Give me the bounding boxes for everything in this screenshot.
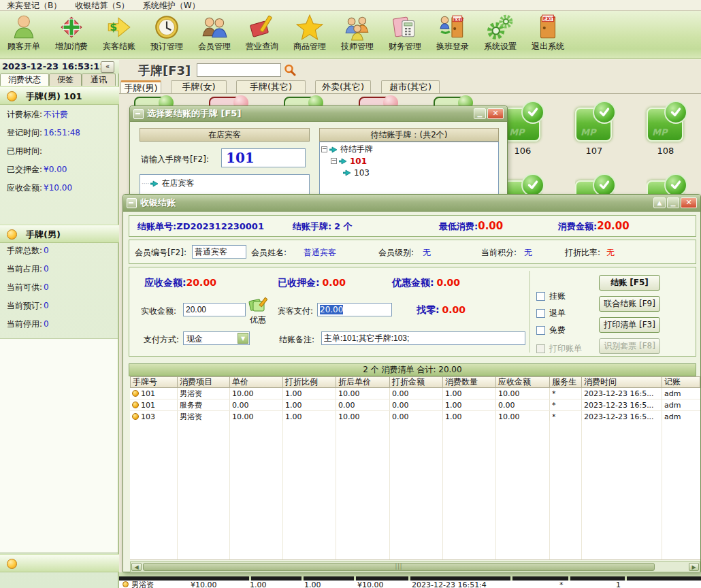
tag-tile-clipped[interactable] bbox=[575, 174, 617, 194]
table-column-header[interactable]: 打折比例 bbox=[283, 376, 336, 388]
tab-tags-other[interactable]: 手牌(其它) bbox=[236, 80, 306, 93]
tab-messages[interactable]: 通讯 bbox=[82, 74, 116, 86]
tag-tile-108[interactable]: MP 108 bbox=[647, 102, 687, 162]
tab-tags-female[interactable]: 手牌(女) bbox=[171, 80, 227, 93]
toolbar-members[interactable]: 会员管理 bbox=[191, 11, 238, 59]
tag-tile-clipped[interactable] bbox=[504, 174, 546, 194]
table-column-header[interactable]: 消费数量 bbox=[443, 376, 496, 388]
print-list-button[interactable]: 打印清单 [F3] bbox=[599, 317, 660, 333]
sidebar-collapse-button[interactable]: « bbox=[101, 61, 114, 73]
receivable: 应收金额:20.00 bbox=[144, 277, 216, 289]
toolbar-business-query[interactable]: 营业查询 bbox=[238, 11, 286, 59]
tag-tile-106[interactable]: MP 106 bbox=[504, 102, 544, 162]
tab-market-other[interactable]: 超市(其它) bbox=[381, 80, 440, 93]
discount-button[interactable]: 优惠 bbox=[246, 296, 270, 329]
toolbar-exit[interactable]: EXIT 退出系统 bbox=[524, 11, 572, 59]
tag-number-input[interactable] bbox=[221, 148, 306, 167]
tag-tile-107[interactable]: MP 107 bbox=[575, 102, 616, 162]
scrollbar-thumb[interactable]: ||| bbox=[143, 563, 655, 571]
joint-settle-button[interactable]: 联合结账 [F9] bbox=[599, 296, 660, 312]
scroll-left-icon[interactable]: ◀ bbox=[131, 563, 142, 571]
checkbox-icon[interactable] bbox=[536, 292, 545, 301]
close-icon[interactable]: ✕ bbox=[487, 108, 504, 119]
tag-tile-clipped[interactable] bbox=[434, 95, 473, 105]
toolbar-guest-checkout[interactable]: $ 宾客结账 bbox=[95, 11, 143, 59]
toolbar-finance[interactable]: 财务管理 bbox=[381, 11, 429, 59]
tree-item-instore[interactable]: ···· 在店宾客 bbox=[142, 178, 308, 189]
tag-tile-clipped[interactable] bbox=[359, 95, 398, 105]
check-badge-icon bbox=[593, 174, 616, 194]
collapse-node-icon[interactable] bbox=[331, 158, 337, 164]
toolbar-customer-billing[interactable]: 顾客开单 bbox=[0, 11, 48, 59]
tag-search-input[interactable] bbox=[197, 63, 281, 77]
table-column-header[interactable]: 单价 bbox=[230, 376, 283, 388]
actual-amount-input[interactable] bbox=[183, 303, 246, 316]
table-column-header[interactable]: 消费项目 bbox=[178, 376, 230, 388]
arrow-icon bbox=[343, 169, 351, 176]
menu-guest-register[interactable]: 来宾登记（B） bbox=[0, 1, 68, 10]
rollup-icon[interactable]: ▲ bbox=[653, 197, 666, 208]
checkbox-icon[interactable] bbox=[536, 309, 545, 318]
table-column-header[interactable]: 打折金额 bbox=[390, 376, 443, 388]
tree-item-101[interactable]: 101 bbox=[321, 155, 497, 167]
tab-notes[interactable]: 便签 bbox=[49, 74, 82, 86]
minimize-icon[interactable]: ▁ bbox=[474, 108, 486, 119]
tag-ball-icon bbox=[132, 390, 139, 397]
search-magnifier-icon[interactable] bbox=[284, 64, 296, 76]
toolbar-reservation[interactable]: 预订管理 bbox=[143, 11, 191, 59]
tab-underline bbox=[119, 93, 701, 94]
remark-input[interactable] bbox=[321, 331, 525, 345]
table-column-header[interactable]: 服务生 bbox=[550, 376, 582, 388]
horizontal-scrollbar[interactable]: ◀ ||| ▶ bbox=[130, 561, 700, 572]
tab-tags-male[interactable]: 手牌(男) bbox=[120, 80, 161, 93]
table-row[interactable]: 101 服务费0.001.000.000.001.000.00*2023-12-… bbox=[130, 399, 700, 411]
pending-tags-tree[interactable]: 待结手牌 101 103 bbox=[319, 142, 499, 199]
exit-door-icon: EXIT bbox=[533, 12, 563, 42]
menu-cashier-settle[interactable]: 收银结算（S） bbox=[68, 1, 136, 10]
toolbar-goods[interactable]: 商品管理 bbox=[286, 11, 333, 59]
chevron-down-icon[interactable]: ▼ bbox=[238, 333, 248, 344]
tag-tile-clipped[interactable] bbox=[284, 95, 323, 105]
checkbox-credit[interactable]: 挂账 bbox=[536, 291, 566, 302]
dialog-titlebar[interactable]: 选择要结账的手牌 [F5] ▁ ✕ bbox=[130, 106, 507, 122]
dialog-titlebar[interactable]: 收银结账 ▲ ▁ ✕ bbox=[123, 195, 700, 212]
toolbar-shift-login[interactable]: EXIT 换班登录 bbox=[429, 11, 476, 59]
payment-method-select[interactable]: 现金 ▼ bbox=[183, 331, 250, 345]
checkbox-icon[interactable] bbox=[536, 326, 545, 335]
table-column-header[interactable]: 应收金额 bbox=[496, 376, 550, 388]
checkbox-free[interactable]: 免费 bbox=[536, 325, 566, 336]
tree-item-103[interactable]: 103 bbox=[321, 167, 497, 178]
table-row[interactable]: 101 男浴资10.001.0010.000.001.0010.00*2023-… bbox=[130, 388, 700, 399]
tag-tile-clipped[interactable] bbox=[647, 174, 689, 194]
scroll-right-icon[interactable]: ▶ bbox=[689, 563, 699, 571]
tab-consume-status[interactable]: 消费状态 bbox=[0, 74, 49, 86]
checkbox-icon bbox=[536, 344, 545, 353]
close-icon[interactable]: ✕ bbox=[681, 197, 697, 208]
minimize-icon[interactable]: ▁ bbox=[667, 197, 679, 208]
panel-header-collapsed[interactable] bbox=[0, 554, 119, 572]
collapse-node-icon[interactable] bbox=[321, 146, 327, 152]
guest-checkout-icon: $ bbox=[104, 12, 134, 42]
tag-tile-clipped[interactable] bbox=[209, 95, 248, 105]
table-column-header[interactable]: 折后单价 bbox=[336, 376, 390, 388]
tag-tile-clipped[interactable] bbox=[134, 95, 174, 105]
checkbox-refund[interactable]: 退单 bbox=[536, 308, 566, 319]
table-column-header[interactable]: 记账 bbox=[662, 376, 700, 388]
check-badge-icon bbox=[664, 174, 687, 194]
menu-system-maintain[interactable]: 系统维护（W） bbox=[136, 1, 207, 10]
member-no-input[interactable] bbox=[192, 245, 246, 259]
toolbar-technicians[interactable]: 技师管理 bbox=[333, 11, 381, 59]
panel-header-tag-stats[interactable]: 手牌(男) bbox=[0, 225, 119, 243]
member-no-label: 会员编号[F2]: bbox=[135, 247, 186, 259]
table-column-header[interactable]: 消费时间 bbox=[582, 376, 662, 388]
settle-button[interactable]: 结账 [F5] bbox=[599, 275, 660, 291]
toolbar-add-consumption[interactable]: 增加消费 bbox=[48, 11, 95, 59]
toolbar-settings[interactable]: 系统设置 bbox=[476, 11, 524, 59]
table-column-header[interactable]: 手牌号 bbox=[130, 376, 178, 388]
tree-item-root[interactable]: 待结手牌 bbox=[321, 144, 497, 155]
tab-takeout-other[interactable]: 外卖(其它) bbox=[315, 80, 371, 93]
member-name: 普通宾客 bbox=[304, 247, 336, 259]
panel-header-current-tag[interactable]: 手牌(男) 101 bbox=[0, 86, 119, 105]
guest-pay-input[interactable]: 20.00 bbox=[317, 303, 392, 316]
arrow-icon bbox=[150, 180, 159, 187]
